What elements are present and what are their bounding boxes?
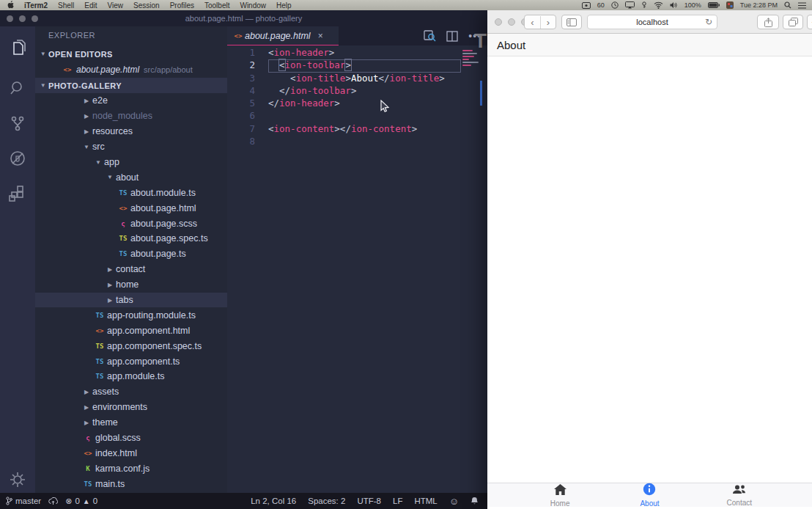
menubar-item-profiles[interactable]: Profiles: [170, 1, 194, 10]
tree-item-about-page-ts[interactable]: TSabout.page.ts: [35, 246, 227, 262]
problems-indicator[interactable]: ⊗ 0 ▲ 0: [65, 497, 97, 506]
menubar-app-name[interactable]: iTerm2: [24, 1, 48, 10]
tab-contact[interactable]: Contact: [695, 483, 784, 507]
close-tab-icon[interactable]: ×: [318, 31, 323, 41]
settings-gear-icon[interactable]: [7, 469, 28, 490]
code-editor[interactable]: <ion-header> <ion-toolbar> <ion-title>Ab…: [268, 47, 461, 148]
tree-item-e2e[interactable]: ▶e2e: [35, 93, 227, 109]
explorer-icon[interactable]: [7, 38, 28, 59]
close-window-button[interactable]: [495, 18, 502, 26]
tree-item-app-routing-module-ts[interactable]: TSapp-routing.module.ts: [35, 307, 227, 323]
feedback-smiley-icon[interactable]: ☺: [449, 496, 459, 507]
tree-item-karma-conf-js[interactable]: Kkarma.conf.js: [35, 461, 227, 476]
minimize-window-button[interactable]: [508, 18, 515, 26]
tree-item-about[interactable]: ▼about: [35, 169, 227, 185]
tree-item-app-module-ts[interactable]: TSapp.module.ts: [35, 369, 227, 384]
share-button[interactable]: [757, 15, 779, 29]
open-editor-item[interactable]: <> about.page.html src/app/about: [35, 62, 227, 77]
volume-icon[interactable]: [670, 1, 678, 9]
menubar-item-help[interactable]: Help: [276, 1, 292, 10]
airplay-display-icon[interactable]: [625, 1, 635, 9]
tree-item-index-html[interactable]: <>index.html: [35, 445, 227, 461]
notification-center-icon[interactable]: [798, 2, 806, 9]
code-line-7[interactable]: <ion-content></ion-content>: [268, 123, 461, 136]
search-icon[interactable]: [7, 78, 28, 98]
forward-button[interactable]: ›: [540, 16, 556, 29]
app-status-icon[interactable]: [726, 1, 734, 9]
project-root-header[interactable]: ▼ PHOTO-GALLERY: [35, 78, 227, 93]
shush-icon[interactable]: 60: [597, 1, 605, 9]
apple-menu-icon[interactable]: [7, 1, 14, 10]
tree-item-environments[interactable]: ▶environments: [35, 400, 227, 415]
tree-item-app-component-spec-ts[interactable]: TSapp.component.spec.ts: [35, 338, 227, 354]
sidebar-button[interactable]: [561, 15, 582, 29]
tree-item-app[interactable]: ▼app: [35, 155, 227, 170]
tree-item-theme[interactable]: ▶theme: [35, 415, 227, 431]
battery-icon[interactable]: [708, 2, 720, 8]
code-line-6[interactable]: [268, 110, 461, 122]
tree-item-label: about.page.scss: [130, 219, 197, 229]
tree-item-main-ts[interactable]: TSmain.ts: [35, 476, 227, 491]
status-utf-8[interactable]: UTF-8: [357, 497, 381, 505]
menubar-item-view[interactable]: View: [108, 1, 124, 10]
code-line-8[interactable]: [268, 136, 461, 148]
code-line-4[interactable]: </ion-toolbar>: [268, 85, 461, 98]
tab-about-page-html[interactable]: <> about.page.html ×: [227, 26, 339, 45]
status-ln[interactable]: Ln 2, Col 16: [251, 497, 296, 505]
code-line-2[interactable]: <ion-toolbar>: [268, 59, 461, 72]
tree-item-resources[interactable]: ▶resources: [35, 124, 227, 139]
vscode-titlebar[interactable]: about.page.html — photo-gallery: [0, 10, 487, 26]
debug-icon[interactable]: [7, 148, 28, 169]
tree-item-assets[interactable]: ▶assets: [35, 384, 227, 400]
tab-about[interactable]: About: [605, 483, 694, 507]
extensions-icon[interactable]: [7, 183, 28, 204]
open-preview-icon[interactable]: [424, 30, 436, 42]
tab-overview-button[interactable]: [783, 15, 803, 29]
tab-home[interactable]: Home: [515, 483, 605, 507]
zoom-window-button[interactable]: [32, 15, 38, 22]
sync-publish-icon[interactable]: [48, 497, 58, 505]
clock-app-icon[interactable]: [611, 1, 619, 9]
new-tab-button[interactable]: +: [807, 15, 812, 29]
open-editors-header[interactable]: ▼ OPEN EDITORS: [35, 46, 227, 62]
spotlight-icon[interactable]: [784, 1, 791, 9]
back-button[interactable]: ‹: [525, 16, 540, 29]
close-window-button[interactable]: [7, 15, 13, 22]
status-spaces[interactable]: Spaces: 2: [308, 497, 345, 505]
menubar-item-window[interactable]: Window: [240, 1, 266, 10]
code-line-5[interactable]: </ion-header>: [268, 98, 461, 110]
menubar-item-session[interactable]: Session: [133, 1, 160, 10]
notifications-bell-icon[interactable]: [470, 497, 479, 505]
address-bar[interactable]: localhost ↻: [587, 15, 717, 29]
code-line-3[interactable]: <ion-title>About</ion-title>: [268, 73, 461, 85]
tree-item-node-modules[interactable]: ▶node_modules: [35, 109, 227, 124]
tree-item-app-component-ts[interactable]: TSapp.component.ts: [35, 354, 227, 369]
code-line-1[interactable]: <ion-header>: [268, 47, 461, 59]
tree-item-contact[interactable]: ▶contact: [35, 262, 227, 277]
tree-item-about-page-scss[interactable]: ςabout.page.scss: [35, 216, 227, 231]
wifi-icon[interactable]: [654, 1, 663, 9]
tree-item-about-module-ts[interactable]: TSabout.module.ts: [35, 185, 227, 200]
source-control-icon[interactable]: [7, 113, 28, 133]
status-html[interactable]: HTML: [414, 497, 437, 505]
menubar-item-shell[interactable]: Shell: [58, 1, 74, 10]
chevron-right-icon: ▶: [82, 128, 91, 135]
keychain-icon[interactable]: [641, 1, 647, 9]
tree-item-about-page-html[interactable]: <>about.page.html: [35, 200, 227, 216]
tree-item-src[interactable]: ▼src: [35, 139, 227, 155]
tree-item-global-scss[interactable]: ςglobal.scss: [35, 431, 227, 446]
menubar-item-toolbelt[interactable]: Toolbelt: [204, 1, 229, 10]
refresh-icon[interactable]: ↻: [705, 17, 712, 27]
menubar-clock[interactable]: Tue 2:28 PM: [740, 1, 778, 9]
git-branch-indicator[interactable]: master: [6, 497, 41, 505]
menubar-item-edit[interactable]: Edit: [84, 1, 97, 10]
tree-item-tabs[interactable]: ▶tabs: [35, 293, 227, 308]
tree-item-app-component-html[interactable]: <>app.component.html: [35, 323, 227, 338]
status-lf[interactable]: LF: [393, 497, 402, 505]
minimize-window-button[interactable]: [19, 15, 26, 22]
tree-item-label: e2e: [92, 95, 108, 106]
tree-item-home[interactable]: ▶home: [35, 277, 227, 293]
screen-record-icon[interactable]: [582, 2, 591, 9]
split-editor-icon[interactable]: [446, 31, 458, 42]
tree-item-about-page-spec-ts[interactable]: TSabout.page.spec.ts: [35, 231, 227, 246]
